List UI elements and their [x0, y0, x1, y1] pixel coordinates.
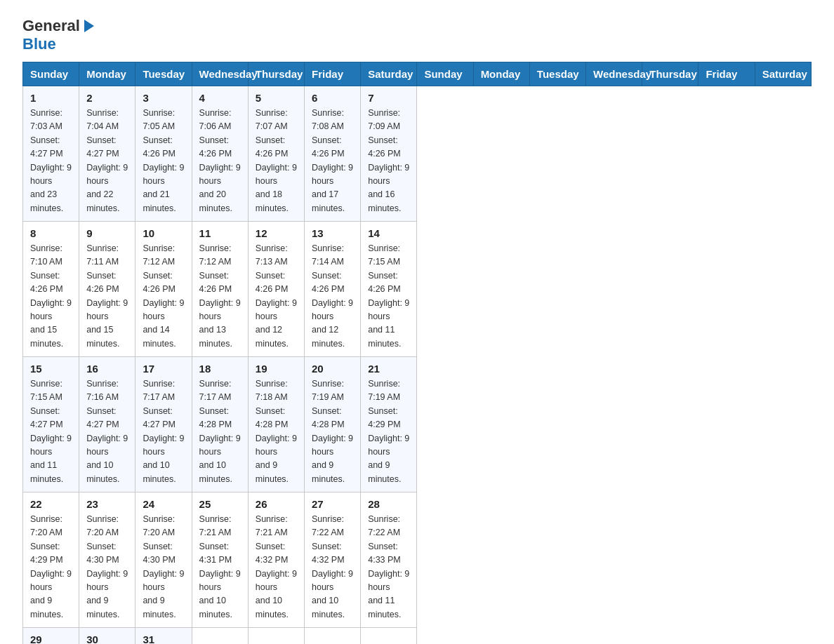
day-info: Sunrise: 7:04 AMSunset: 4:27 PMDaylight:…: [86, 107, 128, 215]
day-number: 14: [368, 227, 409, 239]
day-info: Sunrise: 7:20 AMSunset: 4:30 PMDaylight:…: [143, 513, 184, 622]
day-number: 12: [256, 227, 297, 239]
day-info: Sunrise: 7:20 AMSunset: 4:30 PMDaylight:…: [86, 513, 128, 622]
calendar-cell: 24Sunrise: 7:20 AMSunset: 4:30 PMDayligh…: [135, 492, 192, 628]
day-info: Sunrise: 7:16 AMSunset: 4:27 PMDaylight:…: [86, 377, 128, 486]
calendar-cell: 30Sunrise: 7:22 AMSunset: 4:35 PMDayligh…: [79, 628, 135, 645]
col-header-saturday: Saturday: [361, 62, 417, 86]
calendar-week-row: 1Sunrise: 7:03 AMSunset: 4:27 PMDaylight…: [23, 86, 812, 222]
day-number: 16: [86, 363, 128, 375]
col-header-friday: Friday: [699, 62, 755, 86]
day-info: Sunrise: 7:06 AMSunset: 4:26 PMDaylight:…: [199, 107, 241, 215]
day-number: 25: [199, 498, 241, 510]
calendar-cell: [248, 628, 304, 645]
day-info: Sunrise: 7:14 AMSunset: 4:26 PMDaylight:…: [312, 242, 353, 351]
calendar-cell: 11Sunrise: 7:12 AMSunset: 4:26 PMDayligh…: [192, 222, 248, 357]
day-info: Sunrise: 7:12 AMSunset: 4:26 PMDaylight:…: [199, 242, 241, 351]
day-number: 1: [30, 92, 72, 104]
col-header-monday: Monday: [79, 62, 135, 86]
calendar-cell: 2Sunrise: 7:04 AMSunset: 4:27 PMDaylight…: [79, 86, 135, 222]
col-header-tuesday: Tuesday: [529, 62, 585, 86]
day-info: Sunrise: 7:22 AMSunset: 4:32 PMDaylight:…: [312, 513, 353, 622]
day-number: 4: [199, 92, 241, 104]
day-info: Sunrise: 7:18 AMSunset: 4:28 PMDaylight:…: [256, 377, 297, 486]
day-number: 23: [86, 498, 128, 510]
day-info: Sunrise: 7:17 AMSunset: 4:28 PMDaylight:…: [199, 377, 241, 486]
svg-marker-0: [84, 20, 94, 32]
calendar-cell: [361, 628, 417, 645]
calendar-cell: 13Sunrise: 7:14 AMSunset: 4:26 PMDayligh…: [305, 222, 361, 357]
day-info: Sunrise: 7:21 AMSunset: 4:32 PMDaylight:…: [256, 513, 297, 622]
calendar-cell: 14Sunrise: 7:15 AMSunset: 4:26 PMDayligh…: [361, 222, 417, 357]
day-info: Sunrise: 7:13 AMSunset: 4:26 PMDaylight:…: [256, 242, 297, 351]
calendar-cell: 23Sunrise: 7:20 AMSunset: 4:30 PMDayligh…: [79, 492, 135, 628]
day-info: Sunrise: 7:21 AMSunset: 4:31 PMDaylight:…: [199, 513, 241, 622]
col-header-saturday: Saturday: [755, 62, 811, 86]
day-number: 5: [256, 92, 297, 104]
page-header: General Blue: [22, 17, 812, 53]
day-number: 30: [86, 633, 128, 644]
col-header-monday: Monday: [473, 62, 529, 86]
day-number: 17: [143, 363, 184, 375]
day-number: 10: [143, 227, 184, 239]
day-info: Sunrise: 7:12 AMSunset: 4:26 PMDaylight:…: [143, 242, 184, 351]
day-info: Sunrise: 7:03 AMSunset: 4:27 PMDaylight:…: [30, 107, 72, 215]
calendar-cell: [305, 628, 361, 645]
day-number: 22: [30, 498, 72, 510]
col-header-thursday: Thursday: [248, 62, 304, 86]
calendar-cell: 3Sunrise: 7:05 AMSunset: 4:26 PMDaylight…: [135, 86, 192, 222]
col-header-wednesday: Wednesday: [586, 62, 642, 86]
day-number: 24: [143, 498, 184, 510]
calendar-cell: 28Sunrise: 7:22 AMSunset: 4:33 PMDayligh…: [361, 492, 417, 628]
col-header-tuesday: Tuesday: [135, 62, 192, 86]
calendar-cell: 16Sunrise: 7:16 AMSunset: 4:27 PMDayligh…: [79, 357, 135, 492]
logo-blue-text: Blue: [22, 35, 56, 53]
day-number: 3: [143, 92, 184, 104]
col-header-sunday: Sunday: [417, 62, 473, 86]
day-number: 28: [368, 498, 409, 510]
calendar-header-row: SundayMondayTuesdayWednesdayThursdayFrid…: [23, 62, 812, 86]
calendar-week-row: 22Sunrise: 7:20 AMSunset: 4:29 PMDayligh…: [23, 492, 812, 628]
day-info: Sunrise: 7:08 AMSunset: 4:26 PMDaylight:…: [312, 107, 353, 215]
calendar-table: SundayMondayTuesdayWednesdayThursdayFrid…: [22, 62, 812, 644]
calendar-cell: 22Sunrise: 7:20 AMSunset: 4:29 PMDayligh…: [23, 492, 79, 628]
day-number: 20: [312, 363, 353, 375]
day-info: Sunrise: 7:10 AMSunset: 4:26 PMDaylight:…: [30, 242, 72, 351]
day-info: Sunrise: 7:19 AMSunset: 4:29 PMDaylight:…: [368, 377, 409, 486]
day-number: 27: [312, 498, 353, 510]
calendar-cell: 1Sunrise: 7:03 AMSunset: 4:27 PMDaylight…: [23, 86, 79, 222]
day-number: 21: [368, 363, 409, 375]
col-header-friday: Friday: [305, 62, 361, 86]
day-number: 13: [312, 227, 353, 239]
calendar-cell: 17Sunrise: 7:17 AMSunset: 4:27 PMDayligh…: [135, 357, 192, 492]
day-number: 11: [199, 227, 241, 239]
calendar-cell: 5Sunrise: 7:07 AMSunset: 4:26 PMDaylight…: [248, 86, 304, 222]
calendar-cell: 26Sunrise: 7:21 AMSunset: 4:32 PMDayligh…: [248, 492, 304, 628]
calendar-cell: 9Sunrise: 7:11 AMSunset: 4:26 PMDaylight…: [79, 222, 135, 357]
calendar-cell: 20Sunrise: 7:19 AMSunset: 4:28 PMDayligh…: [305, 357, 361, 492]
day-number: 6: [312, 92, 353, 104]
calendar-week-row: 29Sunrise: 7:22 AMSunset: 4:34 PMDayligh…: [23, 628, 812, 645]
day-info: Sunrise: 7:05 AMSunset: 4:26 PMDaylight:…: [143, 107, 184, 215]
calendar-cell: 12Sunrise: 7:13 AMSunset: 4:26 PMDayligh…: [248, 222, 304, 357]
calendar-cell: [192, 628, 248, 645]
day-info: Sunrise: 7:15 AMSunset: 4:26 PMDaylight:…: [368, 242, 409, 351]
day-number: 18: [199, 363, 241, 375]
day-info: Sunrise: 7:07 AMSunset: 4:26 PMDaylight:…: [256, 107, 297, 215]
day-number: 7: [368, 92, 409, 104]
day-info: Sunrise: 7:20 AMSunset: 4:29 PMDaylight:…: [30, 513, 72, 622]
day-number: 26: [256, 498, 297, 510]
calendar-cell: 10Sunrise: 7:12 AMSunset: 4:26 PMDayligh…: [135, 222, 192, 357]
day-number: 2: [86, 92, 128, 104]
day-info: Sunrise: 7:15 AMSunset: 4:27 PMDaylight:…: [30, 377, 72, 486]
day-info: Sunrise: 7:22 AMSunset: 4:33 PMDaylight:…: [368, 513, 409, 622]
day-number: 29: [30, 633, 72, 644]
logo-arrow-icon: [81, 18, 97, 34]
day-info: Sunrise: 7:19 AMSunset: 4:28 PMDaylight:…: [312, 377, 353, 486]
logo: General Blue: [22, 17, 97, 53]
calendar-cell: 29Sunrise: 7:22 AMSunset: 4:34 PMDayligh…: [23, 628, 79, 645]
calendar-cell: 27Sunrise: 7:22 AMSunset: 4:32 PMDayligh…: [305, 492, 361, 628]
calendar-cell: 18Sunrise: 7:17 AMSunset: 4:28 PMDayligh…: [192, 357, 248, 492]
day-number: 19: [256, 363, 297, 375]
calendar-cell: 4Sunrise: 7:06 AMSunset: 4:26 PMDaylight…: [192, 86, 248, 222]
